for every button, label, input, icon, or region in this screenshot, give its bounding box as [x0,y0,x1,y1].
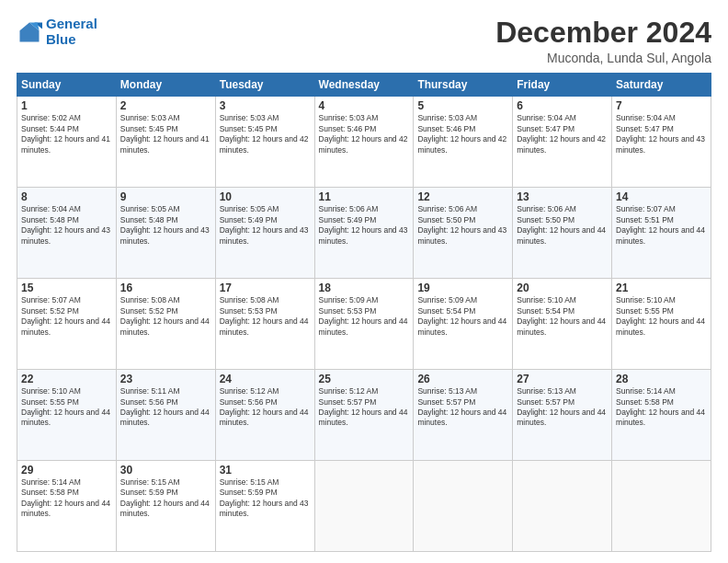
calendar-row-4: 29Sunrise: 5:14 AMSunset: 5:58 PMDayligh… [17,461,711,552]
day-content: Sunrise: 5:15 AMSunset: 5:59 PMDaylight:… [220,477,311,520]
calendar-cell: 29Sunrise: 5:14 AMSunset: 5:58 PMDayligh… [17,461,117,552]
calendar-row-1: 8Sunrise: 5:04 AMSunset: 5:48 PMDaylight… [17,188,711,279]
day-content: Sunrise: 5:03 AMSunset: 5:46 PMDaylight:… [417,113,508,155]
day-content: Sunrise: 5:13 AMSunset: 5:57 PMDaylight:… [417,386,508,429]
day-number: 28 [616,373,707,385]
subtitle: Muconda, Lunda Sul, Angola [495,51,711,65]
day-number: 18 [319,282,410,294]
day-number: 8 [21,190,112,203]
day-content: Sunrise: 5:14 AMSunset: 5:58 PMDaylight:… [616,386,707,429]
day-number: 10 [220,190,311,203]
day-number: 29 [21,464,112,477]
calendar-cell: 17Sunrise: 5:08 AMSunset: 5:53 PMDayligh… [215,279,314,370]
calendar-cell: 11Sunrise: 5:06 AMSunset: 5:49 PMDayligh… [314,188,414,279]
day-content: Sunrise: 5:09 AMSunset: 5:53 PMDaylight:… [319,295,410,338]
calendar-cell: 30Sunrise: 5:15 AMSunset: 5:59 PMDayligh… [116,461,215,552]
logo: General Blue [17,17,97,47]
calendar-cell: 13Sunrise: 5:06 AMSunset: 5:50 PMDayligh… [513,188,612,279]
calendar-cell: 8Sunrise: 5:04 AMSunset: 5:48 PMDaylight… [17,188,117,279]
day-number: 4 [319,99,410,112]
day-number: 9 [120,190,211,203]
col-header-monday: Monday [116,74,215,97]
day-content: Sunrise: 5:03 AMSunset: 5:45 PMDaylight:… [220,113,311,155]
calendar-cell [314,461,414,552]
day-content: Sunrise: 5:04 AMSunset: 5:48 PMDaylight:… [21,204,112,247]
day-content: Sunrise: 5:13 AMSunset: 5:57 PMDaylight:… [517,386,608,429]
day-content: Sunrise: 5:04 AMSunset: 5:47 PMDaylight:… [616,113,707,155]
day-content: Sunrise: 5:06 AMSunset: 5:49 PMDaylight:… [319,204,410,247]
calendar-row-2: 15Sunrise: 5:07 AMSunset: 5:52 PMDayligh… [17,279,711,370]
day-number: 13 [517,190,608,203]
calendar-cell: 21Sunrise: 5:10 AMSunset: 5:55 PMDayligh… [612,279,711,370]
calendar-cell: 14Sunrise: 5:07 AMSunset: 5:51 PMDayligh… [612,188,711,279]
calendar-cell: 9Sunrise: 5:05 AMSunset: 5:48 PMDaylight… [116,188,215,279]
calendar-cell: 15Sunrise: 5:07 AMSunset: 5:52 PMDayligh… [17,279,117,370]
day-number: 16 [120,282,211,294]
day-number: 6 [517,99,608,112]
day-number: 30 [120,464,211,477]
day-number: 31 [220,464,311,477]
day-number: 2 [120,99,211,112]
day-number: 11 [319,190,410,203]
day-number: 25 [319,373,410,385]
day-number: 7 [616,99,707,112]
day-content: Sunrise: 5:07 AMSunset: 5:51 PMDaylight:… [616,204,707,247]
calendar-cell: 22Sunrise: 5:10 AMSunset: 5:55 PMDayligh… [17,370,117,461]
logo-text: General Blue [46,17,97,47]
day-content: Sunrise: 5:08 AMSunset: 5:52 PMDaylight:… [120,295,211,338]
calendar-cell: 19Sunrise: 5:09 AMSunset: 5:54 PMDayligh… [414,279,513,370]
calendar-cell: 23Sunrise: 5:11 AMSunset: 5:56 PMDayligh… [116,370,215,461]
day-number: 26 [417,373,508,385]
col-header-thursday: Thursday [414,74,513,97]
day-number: 5 [417,99,508,112]
day-content: Sunrise: 5:10 AMSunset: 5:54 PMDaylight:… [517,295,608,338]
day-content: Sunrise: 5:11 AMSunset: 5:56 PMDaylight:… [120,386,211,429]
calendar-cell: 6Sunrise: 5:04 AMSunset: 5:47 PMDaylight… [513,97,612,188]
day-number: 21 [616,282,707,294]
calendar-cell: 12Sunrise: 5:06 AMSunset: 5:50 PMDayligh… [414,188,513,279]
day-content: Sunrise: 5:03 AMSunset: 5:45 PMDaylight:… [120,113,211,155]
col-header-wednesday: Wednesday [314,74,414,97]
calendar-cell: 18Sunrise: 5:09 AMSunset: 5:53 PMDayligh… [314,279,414,370]
calendar-cell: 28Sunrise: 5:14 AMSunset: 5:58 PMDayligh… [612,370,711,461]
calendar-cell: 7Sunrise: 5:04 AMSunset: 5:47 PMDaylight… [612,97,711,188]
day-content: Sunrise: 5:02 AMSunset: 5:44 PMDaylight:… [21,113,112,155]
day-number: 19 [417,282,508,294]
calendar-row-0: 1Sunrise: 5:02 AMSunset: 5:44 PMDaylight… [17,97,711,188]
day-content: Sunrise: 5:03 AMSunset: 5:46 PMDaylight:… [319,113,410,155]
calendar-cell: 5Sunrise: 5:03 AMSunset: 5:46 PMDaylight… [414,97,513,188]
col-header-saturday: Saturday [612,74,711,97]
day-content: Sunrise: 5:06 AMSunset: 5:50 PMDaylight:… [417,204,508,247]
day-content: Sunrise: 5:08 AMSunset: 5:53 PMDaylight:… [220,295,311,338]
main-title: December 2024 [495,17,711,49]
day-content: Sunrise: 5:12 AMSunset: 5:56 PMDaylight:… [220,386,311,429]
day-number: 24 [220,373,311,385]
calendar-cell: 16Sunrise: 5:08 AMSunset: 5:52 PMDayligh… [116,279,215,370]
day-content: Sunrise: 5:12 AMSunset: 5:57 PMDaylight:… [319,386,410,429]
day-content: Sunrise: 5:09 AMSunset: 5:54 PMDaylight:… [417,295,508,338]
calendar-cell: 31Sunrise: 5:15 AMSunset: 5:59 PMDayligh… [215,461,314,552]
calendar-cell [513,461,612,552]
day-content: Sunrise: 5:04 AMSunset: 5:47 PMDaylight:… [517,113,608,155]
calendar-header-row: SundayMondayTuesdayWednesdayThursdayFrid… [17,74,711,97]
day-content: Sunrise: 5:05 AMSunset: 5:48 PMDaylight:… [120,204,211,247]
logo-blue: Blue [46,31,76,47]
day-content: Sunrise: 5:14 AMSunset: 5:58 PMDaylight:… [21,477,112,520]
calendar-cell: 26Sunrise: 5:13 AMSunset: 5:57 PMDayligh… [414,370,513,461]
day-number: 3 [220,99,311,112]
logo-general: General [46,16,97,31]
day-content: Sunrise: 5:06 AMSunset: 5:50 PMDaylight:… [517,204,608,247]
calendar-cell: 20Sunrise: 5:10 AMSunset: 5:54 PMDayligh… [513,279,612,370]
title-block: December 2024 Muconda, Lunda Sul, Angola [495,17,711,65]
calendar-row-3: 22Sunrise: 5:10 AMSunset: 5:55 PMDayligh… [17,370,711,461]
calendar-cell: 25Sunrise: 5:12 AMSunset: 5:57 PMDayligh… [314,370,414,461]
day-content: Sunrise: 5:10 AMSunset: 5:55 PMDaylight:… [616,295,707,338]
header: General Blue December 2024 Muconda, Lund… [17,17,711,65]
calendar-cell: 2Sunrise: 5:03 AMSunset: 5:45 PMDaylight… [116,97,215,188]
day-number: 14 [616,190,707,203]
calendar-cell: 24Sunrise: 5:12 AMSunset: 5:56 PMDayligh… [215,370,314,461]
day-number: 20 [517,282,608,294]
calendar-cell: 10Sunrise: 5:05 AMSunset: 5:49 PMDayligh… [215,188,314,279]
day-number: 22 [21,373,112,385]
day-number: 1 [21,99,112,112]
